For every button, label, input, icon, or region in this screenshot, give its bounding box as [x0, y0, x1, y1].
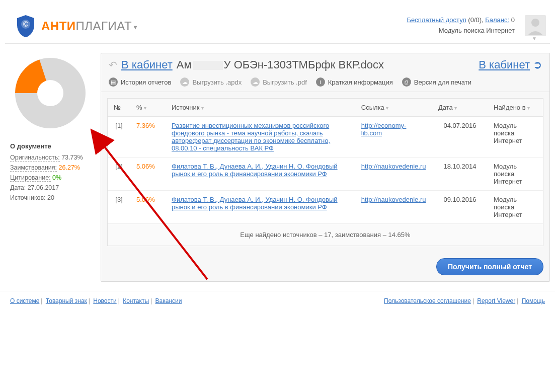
sort-icon: ▾: [201, 105, 204, 111]
cloud-download-icon: ☁: [251, 77, 260, 87]
col-link[interactable]: Ссылка▾: [355, 99, 432, 117]
col-num[interactable]: №: [108, 99, 130, 117]
print-tool[interactable]: ⎙ Версия для печати: [402, 77, 471, 87]
sort-icon: ▾: [454, 105, 457, 111]
info-icon: i: [316, 77, 325, 87]
back-arrow-icon[interactable]: ↶: [109, 59, 117, 71]
export-pdf-label: Выгрузить .pdf: [263, 79, 307, 86]
row-source: Филатова Т. В., Дунаева А. И., Удачин Н.…: [166, 191, 355, 224]
footer-jobs[interactable]: Вакансии: [155, 297, 182, 304]
history-label: История отчетов: [121, 79, 171, 86]
redacted-span: [193, 61, 223, 70]
sort-icon: ▾: [386, 105, 388, 111]
row-date: 18.10.2014: [432, 158, 488, 191]
row-pct: 5.06%: [130, 191, 166, 224]
sources-label: Источников:: [10, 194, 46, 201]
external-link[interactable]: http://naukovedenie.ru: [361, 163, 426, 170]
col-source[interactable]: Источник▾: [166, 99, 355, 117]
search-module-label: Модуль поиска Интернет: [407, 26, 515, 36]
logo-plagiat: ПЛАГИАТ: [76, 19, 132, 33]
table-row[interactable]: [2]5.06%Филатова Т. В., Дунаева А. И., У…: [108, 158, 543, 191]
sort-icon: ▾: [144, 105, 146, 111]
footer-about[interactable]: О системе: [10, 297, 39, 304]
originality-row: Оригинальность: 73.73%: [10, 154, 91, 161]
history-tool[interactable]: ▤ История отчетов: [109, 77, 171, 87]
svg-point-4: [37, 80, 63, 106]
row-found: Модуль поиска Интернет: [488, 191, 543, 224]
col-pct[interactable]: %▾: [130, 99, 166, 117]
more-sources-row[interactable]: Еще найдено источников – 17, заимствован…: [108, 224, 543, 246]
row-source: Филатова Т. В., Дунаева А. И., Удачин Н.…: [166, 158, 355, 191]
print-label: Версия для печати: [414, 79, 471, 86]
document-icon: ▤: [109, 77, 118, 87]
row-link: http://economy-lib.com: [355, 117, 432, 158]
row-num: [2]: [108, 158, 130, 191]
export-apdx-tool[interactable]: ☁ Выгрузить .apdx: [180, 77, 242, 87]
logo-text[interactable]: АНТИПЛАГИАТ▾: [41, 19, 137, 33]
source-link[interactable]: Филатова Т. В., Дунаева А. И., Удачин Н.…: [172, 163, 338, 178]
source-link[interactable]: Развитие инвестиционных механизмов росси…: [172, 122, 330, 152]
doc-name: У ОБЭн-1303ТМБрфк ВКР.docx: [224, 58, 384, 71]
originality-label: Оригинальность:: [10, 154, 60, 162]
footer-contacts[interactable]: Контакты: [123, 297, 149, 304]
back-to-cabinet-link[interactable]: В кабинет: [121, 58, 173, 71]
borrowings-row: Заимствования: 26.27%: [10, 164, 91, 171]
balance-value: 0: [511, 16, 515, 24]
external-link[interactable]: http://economy-lib.com: [361, 122, 407, 137]
footer-right: Пользовательское соглашение| Report View…: [384, 297, 545, 304]
row-pct: 5.06%: [130, 158, 166, 191]
row-num: [3]: [108, 191, 130, 224]
row-date: 09.10.2016: [432, 191, 488, 224]
export-apdx-label: Выгрузить .apdx: [192, 79, 242, 86]
footer-trademark[interactable]: Товарный знак: [46, 297, 87, 304]
date-value: 27.06.2017: [28, 184, 59, 191]
citation-label: Цитирование:: [10, 174, 51, 182]
col-found[interactable]: Найдено в▾: [488, 99, 543, 117]
external-link[interactable]: http://naukovedenie.ru: [361, 196, 426, 203]
row-date: 04.07.2016: [432, 117, 488, 158]
table-row[interactable]: [3]5.06%Филатова Т. В., Дунаева А. И., У…: [108, 191, 543, 224]
originality-pie-chart: [10, 53, 91, 133]
source-link[interactable]: Филатова Т. В., Дунаева А. И., Удачин Н.…: [172, 196, 338, 211]
avatar[interactable]: ▼: [525, 15, 546, 36]
balance-link[interactable]: Баланс:: [485, 16, 509, 24]
footer-help[interactable]: Помощь: [522, 297, 545, 304]
brief-label: Краткая информация: [328, 79, 393, 86]
logo-shield-icon: ©: [15, 14, 36, 38]
table-row[interactable]: [1]7.36%Развитие инвестиционных механизм…: [108, 117, 543, 158]
footer-report-viewer[interactable]: Report Viewer: [477, 297, 515, 304]
row-link: http://naukovedenie.ru: [355, 158, 432, 191]
free-access-link[interactable]: Бесплатный доступ: [407, 16, 466, 24]
free-access-count: (0/0),: [468, 16, 483, 24]
date-label: Дата:: [10, 184, 26, 191]
footer-news[interactable]: Новости: [93, 297, 116, 304]
about-document-title: О документе: [10, 142, 91, 150]
borrowings-label: Заимствования:: [10, 164, 57, 172]
col-date[interactable]: Дата▾: [432, 99, 488, 117]
footer-agreement[interactable]: Пользовательское соглашение: [384, 297, 471, 304]
svg-point-2: [531, 19, 539, 27]
printer-icon: ⎙: [402, 77, 411, 87]
brief-info-tool[interactable]: i Краткая информация: [316, 77, 393, 87]
citation-value: 0%: [52, 174, 61, 181]
row-pct: 7.36%: [130, 117, 166, 158]
borrowings-value: 26.27%: [59, 164, 80, 171]
full-report-button[interactable]: Получить полный отчет: [436, 258, 543, 275]
doc-name-prefix: Ам: [177, 58, 192, 71]
svg-text:©: ©: [23, 20, 29, 28]
row-link: http://naukovedenie.ru: [355, 191, 432, 224]
enter-icon[interactable]: ➲: [533, 58, 542, 71]
sort-icon: ▾: [527, 105, 530, 111]
row-found: Модуль поиска Интернет: [488, 117, 543, 158]
row-found: Модуль поиска Интернет: [488, 158, 543, 191]
row-source: Развитие инвестиционных механизмов росси…: [166, 117, 355, 158]
sources-value: 20: [47, 194, 54, 201]
cabinet-right-link[interactable]: В кабинет: [479, 58, 530, 71]
chevron-down-icon[interactable]: ▾: [134, 24, 137, 31]
row-num: [1]: [108, 117, 130, 158]
export-pdf-tool[interactable]: ☁ Выгрузить .pdf: [251, 77, 307, 87]
originality-value: 73.73%: [61, 154, 83, 161]
chevron-down-icon: ▼: [532, 36, 537, 41]
cloud-download-icon: ☁: [180, 77, 189, 87]
sources-table: № %▾ Источник▾ Ссылка▾ Дата▾ Найдено в▾ …: [108, 99, 543, 224]
